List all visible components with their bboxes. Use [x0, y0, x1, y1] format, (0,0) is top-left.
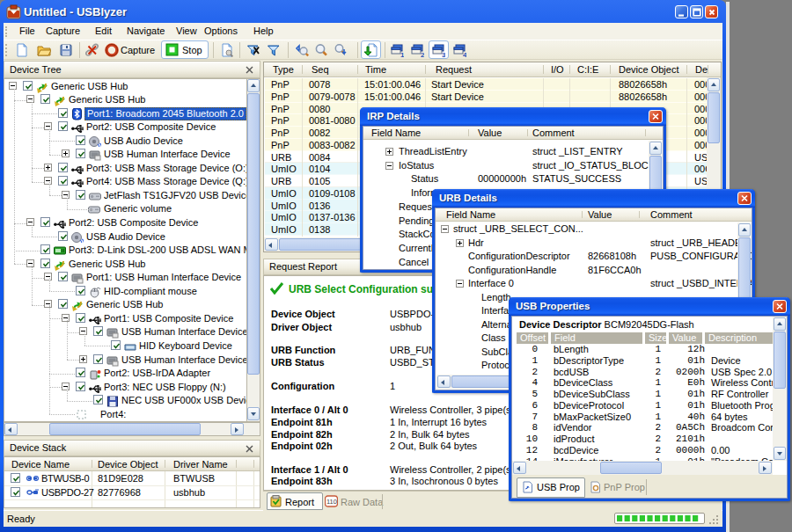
svg-text:1: 1: [400, 51, 404, 58]
svg-text:2: 2: [421, 51, 424, 58]
svg-text:110: 110: [326, 498, 337, 506]
svg-text:3: 3: [442, 51, 445, 58]
svg-text:4: 4: [463, 51, 466, 58]
